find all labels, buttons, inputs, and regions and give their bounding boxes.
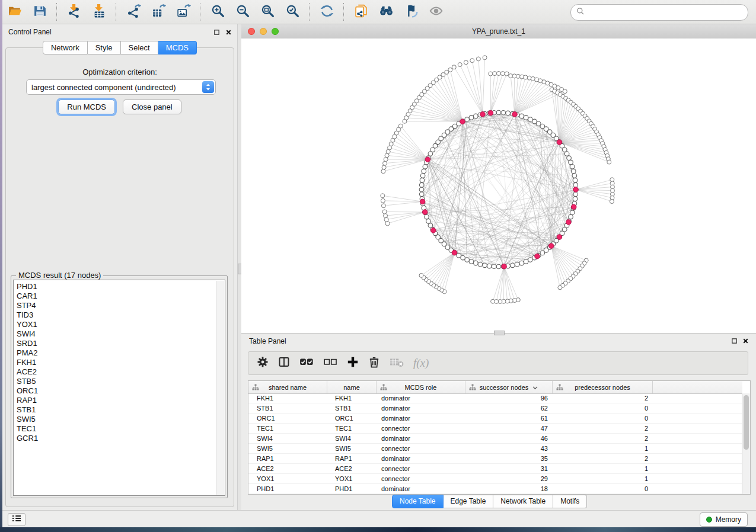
table-cell[interactable]: FKH1 [248,393,327,403]
mcds-result-item[interactable]: FKH1 [17,358,225,367]
zoom-in-button[interactable] [206,2,229,22]
table-row[interactable]: YOX1YOX1connector291 [248,474,742,484]
split-table-button[interactable] [278,355,290,371]
table-cell[interactable]: 43 [465,444,553,453]
tab-mcds[interactable]: MCDS [158,41,197,55]
table-cell[interactable]: RAP1 [248,454,327,463]
table-cell[interactable]: 1 [553,444,653,453]
import-table-button[interactable] [87,2,111,22]
mcds-result-item[interactable]: PMA2 [17,348,225,358]
table-cell[interactable]: 46 [465,434,553,443]
column-header-successor-nodes[interactable]: successor nodes [465,381,553,393]
mcds-result-item[interactable]: YOX1 [17,320,225,329]
table-cell[interactable]: PHD1 [327,484,377,493]
mcds-result-item[interactable]: TEC1 [17,424,225,434]
table-cell[interactable]: dominator [377,393,465,403]
table-cell[interactable]: YOX1 [248,474,327,483]
table-cell[interactable]: dominator [377,434,465,443]
export-network-button[interactable] [122,2,145,22]
tab-network-table[interactable]: Network Table [493,495,553,508]
table-cell[interactable]: TEC1 [327,424,377,433]
import-network-button[interactable] [62,2,86,22]
table-cell[interactable]: ORC1 [248,414,327,423]
tab-node-table[interactable]: Node Table [392,495,444,508]
table-row[interactable]: ORC1ORC1dominator610 [248,414,742,424]
uncheck-all-button[interactable] [323,355,337,371]
table-cell[interactable]: RAP1 [327,454,377,463]
table-cell[interactable]: 0 [553,414,653,423]
table-cell[interactable]: STB1 [327,403,377,413]
table-cell[interactable]: 18 [465,484,553,493]
table-cell[interactable]: 0 [553,403,653,413]
table-cell[interactable]: TEC1 [248,424,327,433]
table-cell[interactable]: 0 [553,484,653,493]
table-scrollbar-thumb[interactable] [744,395,749,450]
mcds-result-item[interactable]: ORC1 [17,386,225,396]
memory-button[interactable]: Memory [700,512,748,527]
horizontal-splitter-grip[interactable] [494,331,505,335]
search-input[interactable] [585,8,748,18]
zoom-selected-button[interactable] [280,2,304,22]
table-cell[interactable]: 62 [465,403,553,413]
trash-button[interactable] [368,355,380,371]
table-cell[interactable]: 61 [465,414,553,423]
close-panel-icon[interactable] [224,28,232,36]
table-cell[interactable]: 1 [553,474,653,483]
mcds-result-item[interactable]: STB5 [17,377,225,386]
task-history-button[interactable] [8,513,25,526]
table-cell[interactable]: ORC1 [327,414,377,423]
column-header-MCDS-role[interactable]: MCDS role [377,381,465,393]
mcds-result-item[interactable]: ACE2 [17,367,225,377]
save-button[interactable] [28,2,52,22]
run-mcds-button[interactable]: Run MCDS [58,100,115,114]
table-cell[interactable]: connector [377,424,465,433]
mcds-result-item[interactable]: SWI5 [17,415,225,424]
table-cell[interactable]: 47 [465,424,553,433]
table-cell[interactable]: connector [377,464,465,473]
table-row[interactable]: TEC1TEC1connector472 [248,424,742,434]
plus-button[interactable] [347,355,359,371]
table-row[interactable]: PHD1PHD1dominator180 [248,484,742,494]
table-cell[interactable]: 1 [553,464,653,473]
table-cell[interactable]: connector [377,444,465,453]
table-cell[interactable]: FKH1 [327,393,377,403]
table-cell[interactable]: 2 [553,434,653,443]
search-box[interactable] [570,4,748,21]
table-row[interactable]: STB1STB1dominator620 [248,403,742,414]
mcds-result-item[interactable]: GCR1 [17,434,225,443]
birds-eye-button[interactable] [424,2,448,22]
float-table-panel-icon[interactable] [730,336,738,345]
table-cell[interactable]: dominator [377,454,465,463]
table-cell[interactable]: ACE2 [248,464,327,473]
table-cell[interactable]: SWI4 [327,434,377,443]
column-header-predecessor-nodes[interactable]: predecessor nodes [553,381,653,393]
mcds-result-item[interactable]: PHD1 [17,282,225,291]
table-cell[interactable]: SWI5 [248,444,327,453]
column-header-name[interactable]: name [327,381,377,393]
mcds-result-item[interactable]: RAP1 [17,396,225,405]
table-cell[interactable]: connector [377,474,465,483]
table-cell[interactable]: 35 [465,454,553,463]
table-cell[interactable]: SWI5 [327,444,377,453]
close-table-panel-icon[interactable] [741,336,749,345]
table-cell[interactable]: 96 [465,393,553,403]
table-cell[interactable]: YOX1 [327,474,377,483]
network-graph[interactable] [241,39,756,334]
tab-select[interactable]: Select [121,41,158,55]
table-cell[interactable]: dominator [377,403,465,413]
column-header-shared-name[interactable]: shared name [248,381,327,393]
tab-style[interactable]: Style [88,41,121,55]
table-cell[interactable]: 2 [553,393,653,403]
open-button[interactable] [3,2,27,22]
network-window-titlebar[interactable]: YPA_prune.txt_1 [241,24,756,39]
float-panel-icon[interactable] [212,28,221,36]
mcds-result-item[interactable]: SWI4 [17,329,225,339]
check-all-button[interactable] [299,355,314,371]
criterion-dropdown[interactable]: largest connected component (undirected) [26,79,216,95]
export-table-button[interactable] [146,2,170,22]
table-cell[interactable]: dominator [377,484,465,493]
result-scrollbar[interactable] [216,281,224,495]
clone-network-button[interactable] [349,2,373,22]
binoculars-button[interactable] [374,2,398,22]
tab-network[interactable]: Network [43,41,88,55]
